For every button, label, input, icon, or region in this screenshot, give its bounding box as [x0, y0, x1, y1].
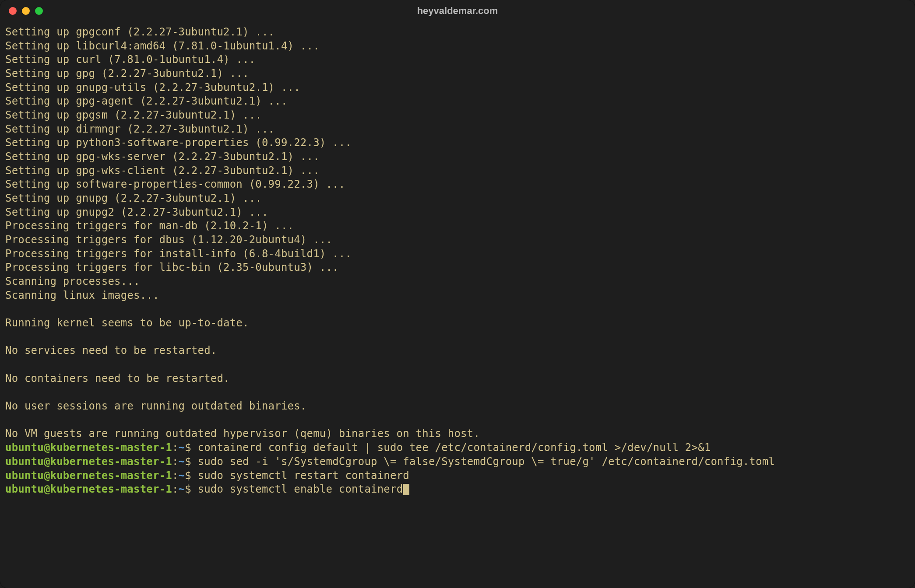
terminal-window: heyvaldemar.com Setting up gpgconf (2.2.…	[0, 0, 915, 588]
command-text: sudo sed -i 's/SystemdCgroup \= false/Sy…	[198, 455, 775, 468]
prompt-path: ~	[179, 483, 185, 495]
prompt-colon: :	[172, 469, 179, 482]
window-title: heyvaldemar.com	[417, 5, 498, 17]
output-line: Setting up libcurl4:amd64 (7.81.0-1ubunt…	[5, 39, 910, 53]
command-text: sudo systemctl enable containerd	[198, 483, 403, 495]
output-line: No services need to be restarted.	[5, 344, 910, 358]
output-line: Scanning linux images...	[5, 289, 910, 303]
output-line: Processing triggers for libc-bin (2.35-0…	[5, 261, 910, 275]
prompt-colon: :	[172, 455, 179, 468]
output-line: Processing triggers for man-db (2.10.2-1…	[5, 219, 910, 233]
output-line: Setting up gpg-wks-server (2.2.27-3ubunt…	[5, 150, 910, 164]
prompt-dollar: $	[185, 441, 197, 454]
output-line	[5, 385, 910, 399]
output-line: Setting up gpg-wks-client (2.2.27-3ubunt…	[5, 164, 910, 178]
prompt-colon: :	[172, 483, 179, 495]
zoom-icon[interactable]	[35, 7, 43, 15]
prompt-path: ~	[179, 441, 185, 454]
terminal-content[interactable]: Setting up gpgconf (2.2.27-3ubuntu2.1) .…	[0, 22, 915, 502]
prompt-colon: :	[172, 441, 179, 454]
output-line: Setting up gpg (2.2.27-3ubuntu2.1) ...	[5, 67, 910, 81]
minimize-icon[interactable]	[22, 7, 30, 15]
prompt-path: ~	[179, 469, 185, 482]
output-line: Setting up gnupg (2.2.27-3ubuntu2.1) ...	[5, 192, 910, 206]
output-line: Running kernel seems to be up-to-date.	[5, 316, 910, 330]
output-line: Processing triggers for install-info (6.…	[5, 247, 910, 261]
output-line	[5, 330, 910, 344]
output-line: Setting up gnupg2 (2.2.27-3ubuntu2.1) ..…	[5, 206, 910, 220]
traffic-lights	[9, 7, 43, 15]
command-text: containerd config default | sudo tee /et…	[198, 441, 711, 454]
output-line: Setting up gnupg-utils (2.2.27-3ubuntu2.…	[5, 81, 910, 95]
prompt-user-host: ubuntu@kubernetes-master-1	[5, 483, 172, 495]
prompt-user-host: ubuntu@kubernetes-master-1	[5, 455, 172, 468]
output-line: Setting up python3-software-properties (…	[5, 136, 910, 150]
prompt-user-host: ubuntu@kubernetes-master-1	[5, 469, 172, 482]
prompt-dollar: $	[185, 483, 197, 495]
output-line: No containers need to be restarted.	[5, 372, 910, 386]
command-line: ubuntu@kubernetes-master-1:~$ containerd…	[5, 441, 910, 455]
output-line: Setting up gpgconf (2.2.27-3ubuntu2.1) .…	[5, 25, 910, 39]
prompt-user-host: ubuntu@kubernetes-master-1	[5, 441, 172, 454]
output-line: Processing triggers for dbus (1.12.20-2u…	[5, 233, 910, 247]
output-line	[5, 302, 910, 316]
prompt-path: ~	[179, 455, 185, 468]
output-line: No VM guests are running outdated hyperv…	[5, 427, 910, 441]
output-line	[5, 358, 910, 372]
output-line: Setting up gpgsm (2.2.27-3ubuntu2.1) ...	[5, 108, 910, 122]
output-line: Setting up gpg-agent (2.2.27-3ubuntu2.1)…	[5, 94, 910, 108]
prompt-dollar: $	[185, 455, 197, 468]
output-line: Setting up software-properties-common (0…	[5, 178, 910, 192]
command-text: sudo systemctl restart containerd	[198, 469, 409, 482]
output-line: Scanning processes...	[5, 275, 910, 289]
output-line: Setting up curl (7.81.0-1ubuntu1.4) ...	[5, 53, 910, 67]
command-line: ubuntu@kubernetes-master-1:~$ sudo syste…	[5, 469, 910, 483]
close-icon[interactable]	[9, 7, 17, 15]
cursor-icon	[403, 484, 409, 495]
titlebar: heyvaldemar.com	[0, 0, 915, 22]
output-line: No user sessions are running outdated bi…	[5, 399, 910, 413]
command-line: ubuntu@kubernetes-master-1:~$ sudo sed -…	[5, 455, 910, 469]
prompt-dollar: $	[185, 469, 197, 482]
output-line	[5, 413, 910, 427]
command-line: ubuntu@kubernetes-master-1:~$ sudo syste…	[5, 483, 910, 497]
output-line: Setting up dirmngr (2.2.27-3ubuntu2.1) .…	[5, 122, 910, 136]
